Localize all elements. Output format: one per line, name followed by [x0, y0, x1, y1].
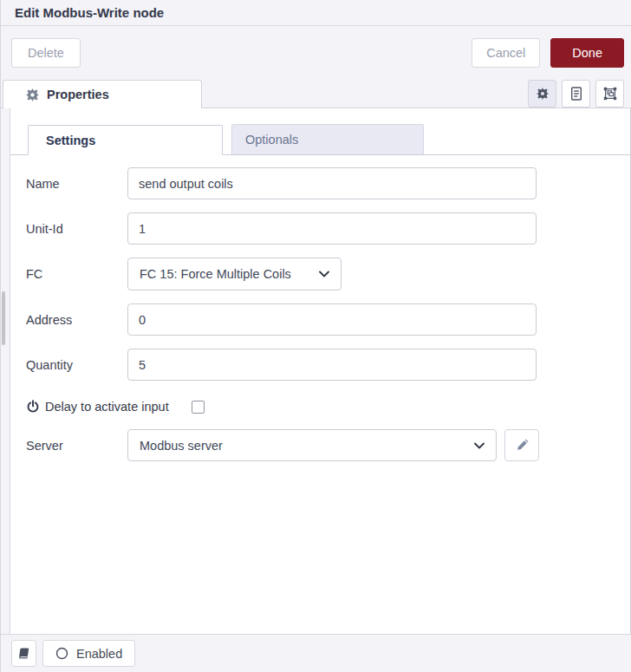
- server-select[interactable]: Modbus server: [127, 429, 497, 461]
- fc-select[interactable]: FC 15: Force Multiple Coils: [127, 258, 342, 290]
- description-icon-button[interactable]: [562, 80, 590, 108]
- enabled-label: Enabled: [76, 647, 122, 661]
- server-select-value: Modbus server: [140, 439, 223, 453]
- editor-tab-buttons: [528, 80, 624, 108]
- unit-id-field-row: Unit-Id: [26, 212, 630, 245]
- properties-panel: Settings Optionals Name Unit-Id FC FC 15…: [10, 108, 631, 634]
- delay-label: Delay to activate input: [45, 400, 169, 414]
- gear-icon: [537, 88, 549, 100]
- edit-server-button[interactable]: [504, 429, 539, 461]
- fc-label: FC: [26, 267, 127, 281]
- address-field-row: Address: [26, 303, 630, 336]
- server-label: Server: [26, 439, 127, 453]
- footer: Enabled: [1, 634, 631, 672]
- delay-checkbox[interactable]: [192, 401, 205, 414]
- cancel-button[interactable]: Cancel: [472, 38, 540, 68]
- settings-tab-bar: Settings Optionals: [10, 124, 630, 155]
- fc-select-value: FC 15: Force Multiple Coils: [140, 267, 291, 281]
- properties-icon-button[interactable]: [528, 80, 556, 108]
- unit-id-input[interactable]: [127, 212, 537, 245]
- name-field-row: Name: [26, 167, 630, 199]
- fc-field-row: FC FC 15: Force Multiple Coils: [26, 258, 630, 290]
- toolbar: Delete Cancel Done: [1, 26, 631, 80]
- name-input[interactable]: [127, 167, 537, 199]
- gear-icon: [26, 88, 39, 101]
- circle-icon: [55, 647, 68, 660]
- tab-properties-label: Properties: [47, 88, 109, 101]
- chevron-down-icon: [474, 442, 485, 449]
- scrollbar-thumb[interactable]: [2, 291, 5, 345]
- unit-id-label: Unit-Id: [26, 222, 127, 236]
- pencil-icon: [516, 439, 529, 452]
- document-icon: [570, 87, 582, 101]
- enabled-toggle-button[interactable]: Enabled: [42, 640, 135, 667]
- chevron-down-icon: [319, 271, 329, 277]
- quantity-label: Quantity: [26, 358, 127, 372]
- done-button[interactable]: Done: [550, 38, 624, 68]
- page-title: Edit Modbus-Write node: [15, 5, 164, 20]
- delay-field-row: Delay to activate input: [26, 397, 630, 416]
- name-label: Name: [26, 177, 127, 191]
- quantity-field-row: Quantity: [26, 349, 630, 381]
- quantity-input[interactable]: [127, 349, 537, 381]
- editor-tab-row: Properties: [1, 80, 631, 108]
- address-label: Address: [26, 313, 127, 327]
- tab-optionals[interactable]: Optionals: [231, 124, 424, 154]
- tab-properties[interactable]: Properties: [3, 80, 202, 108]
- address-input[interactable]: [127, 303, 537, 336]
- appearance-icon-button[interactable]: [595, 80, 624, 108]
- server-field-row: Server Modbus server: [26, 429, 630, 461]
- docs-button[interactable]: [11, 640, 36, 667]
- appearance-icon: [603, 87, 617, 101]
- delete-button[interactable]: Delete: [11, 38, 81, 68]
- dialog-titlebar: Edit Modbus-Write node: [1, 0, 631, 26]
- book-icon: [17, 647, 30, 660]
- power-icon: [26, 400, 40, 414]
- tab-settings[interactable]: Settings: [28, 125, 223, 155]
